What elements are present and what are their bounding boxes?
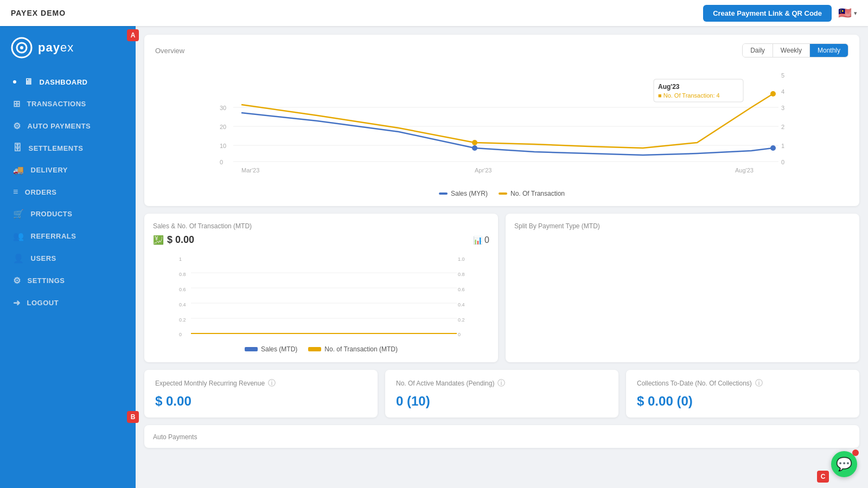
metric-label-mandates: No. Of Active Mandates (Pending) ⓘ <box>396 378 608 388</box>
products-icon: 🛒 <box>13 209 24 219</box>
sidebar-item-label: DELIVERY <box>31 166 68 174</box>
top-header: PAYEX DEMO Create Payment Link & QR Code… <box>0 0 868 26</box>
sales-mtd-header: 💹 $ 0.00 📊 0 <box>153 234 489 246</box>
svg-text:■ No. Of Transaction: 4: ■ No. Of Transaction: 4 <box>658 92 720 99</box>
sales-mtd-chart: 0 0.2 0.4 0.6 0.8 1 0 0.2 0.4 0.6 0.8 1.… <box>153 252 489 339</box>
payex-logo-icon <box>11 37 33 59</box>
svg-point-21 <box>770 145 776 151</box>
metric-collections: Collections To-Date (No. Of Collections)… <box>626 370 859 418</box>
whatsapp-icon: 💬 <box>836 457 852 472</box>
metric-active-mandates: No. Of Active Mandates (Pending) ⓘ 0 (10… <box>385 370 618 418</box>
metric-label-text: Expected Monthly Recurring Revenue <box>155 380 265 387</box>
sidebar-item-dashboard[interactable]: 🖥 DASHBOARD <box>5 72 130 92</box>
svg-text:0.4: 0.4 <box>179 302 186 307</box>
period-buttons: Daily Weekly Monthly <box>742 43 848 57</box>
flag-icon: 🇲🇾 <box>838 7 852 20</box>
settlements-icon: 🗄 <box>13 143 22 153</box>
create-payment-link-button[interactable]: Create Payment Link & QR Code <box>703 5 832 22</box>
sidebar-item-delivery[interactable]: 🚚 DELIVERY <box>5 159 130 181</box>
sidebar-item-transactions[interactable]: ⊞ TRANSACTIONS <box>5 93 130 114</box>
sidebar-item-orders[interactable]: ≡ ORDERS <box>5 182 130 202</box>
overview-header: Overview Daily Weekly Monthly <box>155 43 848 57</box>
transactions-icon: ⊞ <box>13 99 21 109</box>
sidebar-logo: payex <box>0 26 136 72</box>
legend-sales-mtd: Sales (MTD) <box>245 345 297 353</box>
sidebar-item-label: AUTO PAYMENTS <box>28 122 91 130</box>
users-icon: 👤 <box>13 253 24 264</box>
sidebar-item-label: ORDERS <box>25 188 57 196</box>
svg-text:20: 20 <box>220 124 226 130</box>
badge-b: B <box>127 411 139 423</box>
sidebar-item-label: DASHBOARD <box>40 78 88 86</box>
middle-row: Sales & No. Of Transaction (MTD) 💹 $ 0.0… <box>144 214 859 362</box>
flag-dropdown[interactable]: 🇲🇾 ▾ <box>838 7 857 20</box>
whatsapp-badge <box>852 450 859 456</box>
badge-c: C <box>817 471 829 483</box>
svg-text:1: 1 <box>781 143 784 149</box>
sales-mtd-card: Sales & No. Of Transaction (MTD) 💹 $ 0.0… <box>144 214 498 362</box>
overview-chart: 0 10 20 30 0 1 2 3 4 5 <box>155 64 848 183</box>
legend-transactions-label: No. Of Transaction <box>510 190 565 197</box>
svg-text:Aug'23: Aug'23 <box>735 167 754 174</box>
chevron-down-icon: ▾ <box>854 10 857 17</box>
svg-point-23 <box>770 91 776 97</box>
sidebar-item-label: TRANSACTIONS <box>27 100 86 108</box>
legend-sales-label: Sales (MYR) <box>451 190 488 197</box>
sidebar-item-settings[interactable]: ⚙ SETTINGS <box>5 270 130 291</box>
count-icon: 📊 <box>473 236 482 245</box>
sidebar-item-settlements[interactable]: 🗄 SETTLEMENTS <box>5 138 130 158</box>
auto-payments-label: Auto Payments <box>153 433 197 441</box>
main-content: Overview Daily Weekly Monthly 0 10 20 30… <box>136 26 868 488</box>
svg-text:0.2: 0.2 <box>458 317 465 323</box>
sidebar-item-label: SETTINGS <box>28 277 65 285</box>
metric-label-recurring: Expected Monthly Recurring Revenue ⓘ <box>155 378 367 388</box>
metric-label-collections: Collections To-Date (No. Of Collections)… <box>637 378 848 388</box>
auto-payments-card: Auto Payments <box>144 425 859 448</box>
legend-label-sales: Sales (MTD) <box>261 345 297 353</box>
whatsapp-button[interactable]: 💬 <box>831 451 857 477</box>
info-icon-mandates[interactable]: ⓘ <box>497 378 505 388</box>
logo-text-bold: pay <box>38 41 60 54</box>
overview-title: Overview <box>155 47 184 55</box>
period-weekly[interactable]: Weekly <box>773 44 810 57</box>
sales-amount-value: $ 0.00 <box>167 234 194 246</box>
svg-text:5: 5 <box>781 72 784 79</box>
settings-icon: ⚙ <box>13 275 21 286</box>
app-title: PAYEX DEMO <box>11 9 66 17</box>
metric-value-mandates: 0 (10) <box>396 394 608 409</box>
svg-text:Apr'23: Apr'23 <box>475 167 492 174</box>
svg-text:10: 10 <box>220 143 226 149</box>
period-monthly[interactable]: Monthly <box>810 44 848 57</box>
svg-text:0: 0 <box>220 159 223 165</box>
legend-dot-trans <box>308 347 321 351</box>
svg-point-2 <box>20 46 23 49</box>
sidebar-item-label: LOGOUT <box>27 299 59 307</box>
svg-text:0.8: 0.8 <box>179 272 186 277</box>
split-payment-title: Split By Payment Type (MTD) <box>514 222 851 230</box>
legend-trans-mtd: No. of Transaction (MTD) <box>308 345 398 353</box>
sidebar-item-users[interactable]: 👤 USERS <box>5 248 130 269</box>
sidebar-item-label: USERS <box>31 254 56 262</box>
legend-sales: Sales (MYR) <box>439 190 488 197</box>
svg-text:0.8: 0.8 <box>458 272 465 277</box>
svg-point-22 <box>472 140 477 145</box>
auto-payments-icon: ⚙ <box>13 121 21 131</box>
svg-text:0: 0 <box>781 159 784 165</box>
legend-dot-sales <box>245 347 258 351</box>
info-icon-recurring[interactable]: ⓘ <box>268 378 276 388</box>
referrals-icon: 👥 <box>13 231 24 241</box>
svg-text:2: 2 <box>781 124 784 130</box>
sidebar-item-logout[interactable]: ➜ LOGOUT <box>5 292 130 313</box>
period-daily[interactable]: Daily <box>743 44 773 57</box>
sales-mtd-title: Sales & No. Of Transaction (MTD) <box>153 222 489 230</box>
sidebar-item-products[interactable]: 🛒 PRODUCTS <box>5 203 130 224</box>
svg-text:Mar'23: Mar'23 <box>241 167 259 174</box>
sidebar-item-auto-payments[interactable]: ⚙ AUTO PAYMENTS <box>5 115 130 137</box>
sidebar-item-referrals[interactable]: 👥 REFERRALS <box>5 226 130 247</box>
info-icon-collections[interactable]: ⓘ <box>755 378 763 388</box>
badge-a: A <box>127 29 139 41</box>
metric-label-text-collections: Collections To-Date (No. Of Collections) <box>637 380 752 387</box>
sales-mtd-legend: Sales (MTD) No. of Transaction (MTD) <box>153 345 489 353</box>
metric-value-recurring: $ 0.00 <box>155 394 367 409</box>
metric-label-text-mandates: No. Of Active Mandates (Pending) <box>396 380 494 387</box>
